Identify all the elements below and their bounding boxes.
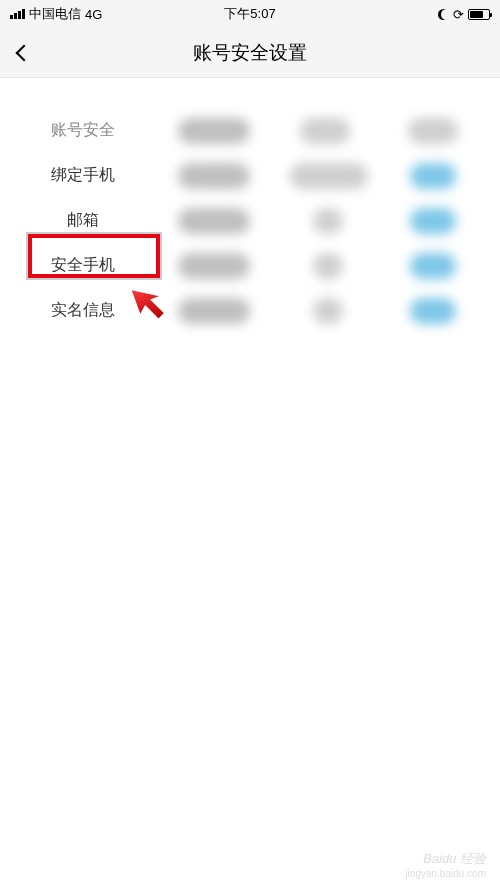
list-item-label: 安全手机	[20, 255, 145, 276]
watermark-url: jingyan.baidu.com	[405, 868, 486, 879]
watermark: Baidu 经验 jingyan.baidu.com	[405, 850, 486, 879]
blurred-content	[313, 253, 343, 279]
page-title: 账号安全设置	[193, 40, 307, 66]
status-right: ⟳	[438, 7, 490, 22]
nav-bar: 账号安全设置	[0, 28, 500, 78]
status-bar: 中国电信 4G 下午5:07 ⟳	[0, 0, 500, 28]
blurred-content	[410, 163, 456, 189]
watermark-brand: Baidu 经验	[405, 850, 486, 868]
blurred-content	[313, 208, 343, 234]
blurred-content	[410, 298, 456, 324]
list-header-label: 账号安全	[20, 120, 145, 141]
network-label: 4G	[85, 7, 102, 22]
blurred-content	[178, 253, 250, 279]
list-item-label: 绑定手机	[20, 165, 145, 186]
blurred-content	[178, 118, 250, 144]
orientation-lock-icon: ⟳	[453, 7, 464, 22]
blurred-content	[408, 118, 458, 144]
list-item-label: 实名信息	[20, 300, 145, 321]
signal-icon	[10, 9, 25, 19]
status-time: 下午5:07	[224, 5, 275, 23]
blurred-content	[410, 208, 456, 234]
blurred-content	[178, 298, 250, 324]
settings-list: 账号安全 绑定手机 邮箱 安全手机 实名信息	[0, 78, 500, 333]
back-button[interactable]	[12, 41, 36, 65]
carrier-label: 中国电信	[29, 5, 81, 23]
list-item-label: 邮箱	[20, 210, 145, 231]
chevron-left-icon	[16, 44, 33, 61]
status-left: 中国电信 4G	[10, 5, 102, 23]
battery-icon	[468, 9, 490, 20]
blurred-content	[178, 163, 250, 189]
dnd-moon-icon	[438, 9, 449, 20]
blurred-content	[313, 298, 343, 324]
blurred-content	[410, 253, 456, 279]
blurred-content	[178, 208, 250, 234]
blurred-content	[300, 118, 350, 144]
blurred-content	[290, 163, 368, 189]
